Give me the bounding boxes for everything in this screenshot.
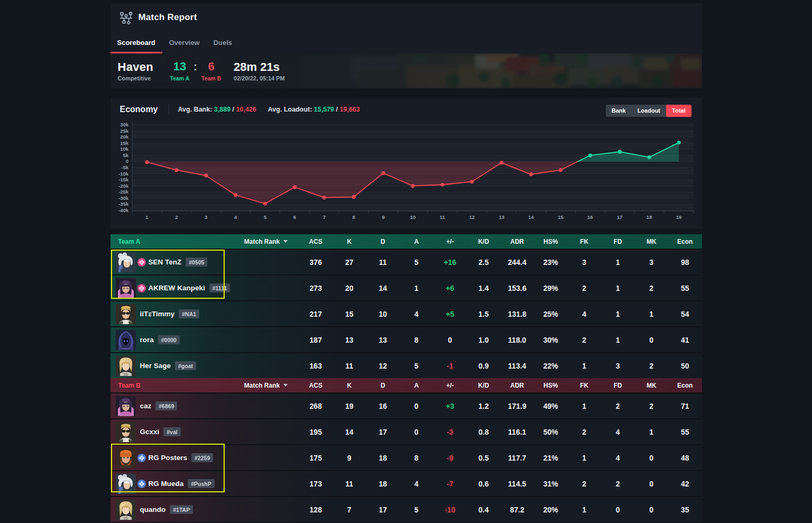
player-name[interactable]: caz [140, 402, 152, 410]
column-header-hs[interactable]: HS% [534, 238, 568, 245]
column-header-fd[interactable]: FD [601, 238, 635, 245]
tab-duels[interactable]: Duels [207, 32, 239, 53]
player-row[interactable]: RG Mueda#PushP17311184-70.6114.531%22042 [110, 470, 702, 496]
column-header-a[interactable]: A [400, 382, 433, 389]
column-header-adr[interactable]: ADR [501, 382, 534, 389]
player-name-cell[interactable]: Her Sage#goat [110, 353, 233, 378]
column-header-d[interactable]: D [366, 382, 400, 389]
economy-data-point[interactable] [411, 184, 414, 188]
column-header-hs[interactable]: HS% [534, 382, 568, 389]
team-b-table: Team BMatch RankACSKDA+/-K/DADRHS%FKFDMK… [110, 378, 702, 522]
player-name-cell[interactable]: rora#0000 [110, 327, 233, 352]
economy-view-bank-button[interactable]: Bank [606, 105, 632, 117]
column-header-match-rank[interactable]: Match Rank [233, 238, 299, 245]
stat-kd: 0.9 [467, 362, 501, 370]
player-name-cell[interactable]: quando#1TAP [110, 497, 233, 522]
column-header-acs[interactable]: ACS [299, 382, 333, 389]
player-name-cell[interactable]: AKREW Kanpeki#1111 [110, 276, 233, 300]
player-name-cell[interactable]: Gcxxi#val [110, 419, 233, 444]
column-header-kd[interactable]: K/D [467, 238, 501, 245]
stat-acs: 217 [299, 310, 333, 318]
economy-data-point[interactable] [381, 171, 385, 175]
player-row[interactable]: caz#686926819160+31.2171.949%12271 [110, 392, 702, 418]
column-header-match-rank[interactable]: Match Rank [233, 382, 299, 389]
player-name-cell[interactable]: RG Posters#2259 [110, 445, 233, 470]
player-name[interactable]: rora [140, 336, 154, 344]
economy-data-point[interactable] [263, 201, 266, 205]
column-header-econ[interactable]: Econ [668, 382, 702, 389]
economy-data-point[interactable] [174, 168, 178, 172]
player-name[interactable]: Her Sage [140, 362, 171, 370]
column-header-mk[interactable]: MK [635, 238, 669, 245]
economy-data-point[interactable] [588, 153, 592, 157]
player-tag: #NA1 [179, 309, 199, 318]
stat-d: 18 [366, 454, 400, 462]
economy-view-loadout-button[interactable]: Loadout [632, 105, 666, 117]
column-header-a[interactable]: A [400, 238, 433, 245]
player-name[interactable]: SEN TenZ [149, 258, 182, 266]
player-row[interactable]: AKREW Kanpeki#111127320141+61.4153.629%2… [110, 274, 702, 300]
player-row[interactable]: RG Posters#22591759188-90.5117.721%14048 [110, 444, 702, 470]
column-header-k[interactable]: K [333, 238, 366, 245]
column-header-[interactable]: +/- [433, 382, 467, 389]
stat-a: 4 [400, 480, 433, 488]
player-row[interactable]: rora#00001871313801.0118.030%21041 [110, 326, 702, 352]
player-name[interactable]: RG Posters [149, 454, 188, 462]
tab-overview[interactable]: Overview [162, 32, 207, 53]
player-name[interactable]: Gcxxi [140, 428, 160, 436]
economy-data-point[interactable] [500, 161, 503, 164]
team-b-label: Team B [110, 382, 233, 389]
player-name-cell[interactable]: caz#6869 [110, 393, 233, 418]
stat-kd: 0.5 [467, 454, 501, 462]
player-row[interactable]: iiTzTimmy#NA121715104+51.5131.825%41154 [110, 300, 702, 326]
player-row[interactable]: SEN TenZ#050537627115+162.5244.423%31398 [110, 249, 702, 274]
stat-hs: 30% [534, 336, 568, 344]
economy-view-total-button[interactable]: Total [666, 105, 691, 117]
stat-k: 14 [333, 428, 366, 436]
economy-data-point[interactable] [145, 160, 149, 164]
column-header-k[interactable]: K [333, 382, 366, 389]
economy-data-point[interactable] [352, 195, 355, 199]
economy-data-point[interactable] [677, 141, 680, 144]
player-name[interactable]: AKREW Kanpeki [149, 284, 205, 292]
column-header-d[interactable]: D [366, 238, 400, 245]
economy-data-point[interactable] [647, 155, 651, 159]
stat-hs: 31% [534, 480, 568, 488]
player-name-cell[interactable]: SEN TenZ#0505 [110, 250, 233, 274]
economy-data-point[interactable] [234, 193, 237, 197]
stat-a: 0 [400, 402, 433, 410]
player-name[interactable]: iiTzTimmy [140, 310, 175, 318]
column-header-acs[interactable]: ACS [299, 238, 333, 245]
stat-a: 4 [400, 310, 433, 318]
column-header-fk[interactable]: FK [568, 238, 602, 245]
x-axis-round-label: 6 [293, 214, 296, 220]
tab-scoreboard[interactable]: Scoreboard [110, 32, 162, 53]
stat-mk: 2 [635, 362, 669, 370]
economy-data-point[interactable] [204, 173, 208, 177]
column-header-adr[interactable]: ADR [501, 238, 534, 245]
player-tag: #PushP [188, 479, 215, 488]
column-header-mk[interactable]: MK [635, 382, 669, 389]
player-row[interactable]: Her Sage#goat16311125-10.9113.422%13250 [110, 352, 702, 378]
economy-data-point[interactable] [292, 185, 296, 189]
player-name-cell[interactable]: RG Mueda#PushP [110, 471, 233, 496]
column-header-fk[interactable]: FK [568, 382, 602, 389]
economy-data-point[interactable] [617, 150, 621, 153]
column-header-econ[interactable]: Econ [668, 238, 702, 245]
economy-data-point[interactable] [322, 196, 326, 199]
economy-data-point[interactable] [470, 180, 474, 183]
economy-data-point[interactable] [558, 168, 562, 172]
player-row[interactable]: Gcxxi#val19514170-30.8116.150%24155 [110, 418, 702, 444]
stat-fk: 1 [568, 506, 602, 514]
stat-hs: 20% [534, 506, 568, 514]
column-header-[interactable]: +/- [433, 238, 467, 245]
economy-data-point[interactable] [440, 183, 444, 187]
player-name-cell[interactable]: iiTzTimmy#NA1 [110, 301, 233, 326]
player-name[interactable]: RG Mueda [149, 480, 184, 488]
column-header-fd[interactable]: FD [601, 382, 635, 389]
agent-avatar-chamber [116, 422, 136, 442]
player-row[interactable]: quando#1TAP1287175-100.487.220%10035 [110, 496, 702, 522]
player-name[interactable]: quando [140, 506, 166, 513]
economy-data-point[interactable] [529, 172, 532, 176]
column-header-kd[interactable]: K/D [467, 382, 501, 389]
